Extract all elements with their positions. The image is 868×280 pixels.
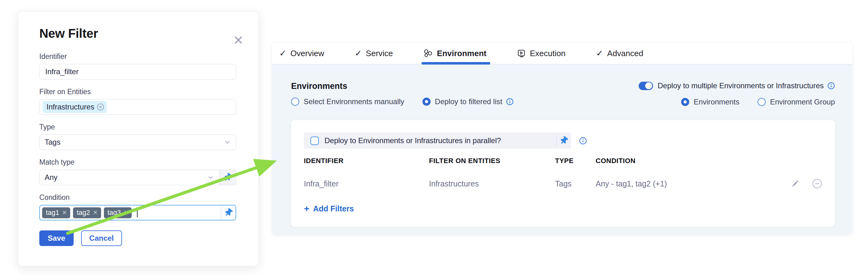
radio-label: Environments	[693, 98, 740, 106]
info-icon[interactable]	[828, 82, 835, 90]
parallel-deploy-bar: Deploy to Environments or Infrastructure…	[304, 133, 571, 149]
active-tab-underline	[422, 62, 490, 65]
entities-chip: Infrastructures	[43, 101, 107, 113]
info-icon[interactable]	[579, 137, 587, 145]
cell-condition: Any - tag1, tag2 (+1)	[596, 179, 776, 188]
filters-table: IDENTIFIER FILTER ON ENTITIES TYPE CONDI…	[304, 157, 823, 189]
check-icon: ✓	[355, 49, 362, 58]
text-cursor	[137, 208, 137, 217]
radio-select-environments-manually[interactable]	[291, 98, 299, 106]
entities-chip-label: Infrastructures	[46, 103, 94, 111]
column-header-identifier: IDENTIFIER	[304, 157, 429, 165]
tab-label: Advanced	[607, 49, 643, 58]
match-type-value: Any	[44, 173, 57, 182]
identifier-value: Infra_filter	[45, 67, 79, 76]
edit-pencil-icon[interactable]	[790, 179, 799, 188]
plus-icon: +	[304, 204, 310, 213]
type-select[interactable]: Tags	[39, 134, 236, 150]
execution-play-icon	[517, 49, 526, 58]
tag-chip-label: tag1	[46, 209, 59, 217]
chevron-down-icon	[224, 139, 231, 146]
radio-environment-group[interactable]	[757, 98, 766, 106]
tab-environment[interactable]: Environment	[424, 43, 487, 64]
cell-filter-on-entities: Infrastructures	[429, 179, 555, 188]
chip-remove-icon[interactable]: ✕	[124, 209, 128, 216]
match-type-select[interactable]: Any	[39, 170, 219, 185]
filters-card: Deploy to Environments or Infrastructure…	[291, 120, 835, 227]
tab-advanced[interactable]: ✓ Advanced	[596, 43, 643, 64]
condition-label: Condition	[39, 193, 236, 202]
tab-execution[interactable]: Execution	[517, 43, 565, 64]
radio-environments[interactable]	[681, 98, 689, 106]
parallel-deploy-checkbox[interactable]	[310, 137, 319, 145]
type-label: Type	[39, 123, 236, 131]
condition-tag-chip: tag1 ✕	[42, 207, 70, 218]
environments-heading: Environments	[291, 81, 514, 91]
parallel-deploy-label: Deploy to Environments or Infrastructure…	[324, 136, 556, 145]
check-icon: ✓	[279, 49, 286, 58]
condition-tag-chip: tag3 ✕	[104, 207, 132, 218]
chip-remove-icon[interactable]: ✕	[93, 209, 98, 216]
radio-label: Environment Group	[770, 98, 835, 106]
cell-identifier: Infra_filter	[304, 179, 429, 188]
pipeline-stage-panel: ✓ Overview ✓ Service Environment	[272, 43, 852, 235]
table-header-row: IDENTIFIER FILTER ON ENTITIES TYPE CONDI…	[304, 157, 823, 165]
pin-icon[interactable]	[219, 170, 236, 185]
match-type-field-group: Match type Any	[39, 158, 236, 185]
chip-remove-icon[interactable]	[97, 103, 104, 111]
deploy-multiple-toggle[interactable]	[639, 82, 653, 90]
screen: ✕ New Filter Identifier Infra_filter Fil…	[0, 0, 868, 280]
tag-chip-label: tag2	[77, 209, 90, 217]
type-value: Tags	[44, 138, 61, 146]
radio-deploy-to-filtered-list[interactable]	[423, 98, 431, 106]
modal-title: New Filter	[39, 27, 236, 40]
column-header-type: TYPE	[555, 157, 596, 165]
info-icon[interactable]	[506, 98, 514, 105]
chevron-down-icon	[207, 174, 214, 181]
pin-icon[interactable]	[556, 135, 571, 146]
tab-label: Service	[366, 49, 393, 58]
condition-input[interactable]: tag1 ✕ tag2 ✕ tag3 ✕	[39, 205, 236, 220]
type-field-group: Type Tags	[39, 123, 236, 150]
add-filters-button[interactable]: + Add Filters	[304, 204, 354, 213]
tab-label: Execution	[530, 49, 565, 58]
condition-tag-chip: tag2 ✕	[73, 207, 101, 218]
tag-chip-label: tag3	[107, 209, 121, 217]
tab-label: Overview	[290, 49, 324, 58]
entities-field-group: Filter on Entities Infrastructures	[39, 88, 236, 115]
environment-hexagons-icon	[424, 49, 433, 58]
add-filters-label: Add Filters	[313, 204, 354, 213]
radio-label: Deploy to filtered list	[435, 97, 502, 106]
cell-type: Tags	[555, 179, 596, 188]
pin-icon[interactable]	[221, 206, 236, 220]
save-button[interactable]: Save	[39, 231, 74, 246]
check-icon: ✓	[596, 49, 603, 58]
toggle-label: Deploy to multiple Environments or Infra…	[658, 81, 824, 90]
identifier-label: Identifier	[39, 53, 236, 61]
tab-overview[interactable]: ✓ Overview	[279, 43, 324, 64]
tab-label: Environment	[437, 49, 487, 58]
radio-label: Select Environments manually	[304, 97, 404, 106]
table-row: Infra_filter Infrastructures Tags Any - …	[304, 178, 823, 189]
identifier-input[interactable]: Infra_filter	[39, 64, 236, 79]
stage-tabbar: ✓ Overview ✓ Service Environment	[272, 43, 852, 65]
identifier-field-group: Identifier Infra_filter	[39, 53, 236, 79]
remove-minus-circle-icon[interactable]	[812, 178, 823, 189]
tab-service[interactable]: ✓ Service	[355, 43, 393, 64]
toggle-knob	[645, 82, 652, 89]
entities-input[interactable]: Infrastructures	[39, 99, 236, 115]
entities-label: Filter on Entities	[39, 88, 236, 96]
chip-remove-icon[interactable]: ✕	[62, 209, 67, 216]
match-type-label: Match type	[39, 158, 236, 167]
column-header-filter-on-entities: FILTER ON ENTITIES	[429, 157, 555, 165]
column-header-condition: CONDITION	[596, 157, 776, 165]
close-icon[interactable]: ✕	[232, 34, 245, 46]
new-filter-modal: ✕ New Filter Identifier Infra_filter Fil…	[18, 11, 259, 266]
condition-field-group: Condition tag1 ✕ tag2 ✕ tag3 ✕	[39, 193, 236, 220]
cancel-button[interactable]: Cancel	[81, 231, 122, 246]
environment-tab-content: Environments Select Environments manuall…	[272, 65, 852, 227]
